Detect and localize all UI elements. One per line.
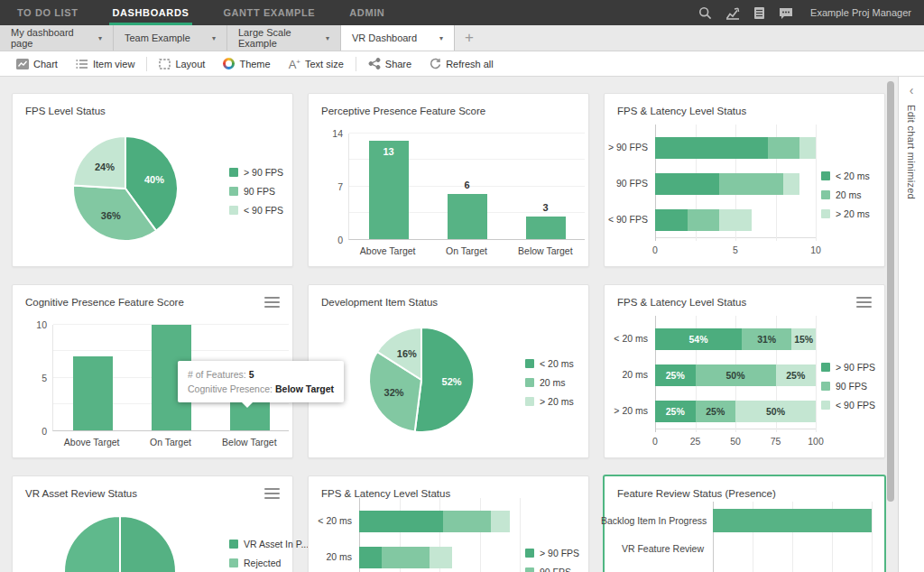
plot-area bbox=[655, 130, 816, 238]
nav-item-admin[interactable]: ADMIN bbox=[346, 0, 388, 25]
chart-card-perceptive-presence: Perceptive Presence Feature Score 136307… bbox=[308, 93, 589, 267]
y-axis-category-label: 20 ms bbox=[309, 551, 352, 562]
legend-item[interactable]: 20 ms bbox=[821, 189, 870, 201]
chevron-down-icon[interactable]: ▾ bbox=[326, 34, 329, 42]
bar-segment[interactable]: 25% bbox=[776, 364, 817, 386]
tab-vr-dashboard[interactable]: VR Dashboard▾ bbox=[341, 25, 455, 51]
chart-toolbar: Chart Item view Layout Theme A+ Text siz… bbox=[0, 51, 924, 77]
card-menu-icon[interactable] bbox=[264, 297, 280, 308]
bar-segment[interactable] bbox=[491, 511, 510, 532]
bar[interactable] bbox=[448, 194, 487, 239]
bar-segment[interactable] bbox=[655, 173, 719, 195]
bar-segment[interactable] bbox=[359, 511, 443, 532]
gridline bbox=[520, 498, 521, 572]
top-nav-bar: TO DO LIST DASHBOARDS GANTT EXAMPLE ADMI… bbox=[0, 0, 924, 25]
bar[interactable] bbox=[73, 356, 113, 430]
add-dashboard-button[interactable]: + bbox=[455, 25, 484, 51]
bar-segment[interactable] bbox=[655, 209, 688, 231]
legend-item[interactable]: < 20 ms bbox=[821, 170, 870, 182]
chevron-down-icon[interactable]: ▾ bbox=[212, 34, 216, 42]
chart-card-feature-review-presence[interactable]: Feature Review Status (Presence) Backlog… bbox=[604, 475, 885, 572]
tooltip-value: Below Target bbox=[275, 383, 334, 394]
legend-label: > 90 FPS bbox=[540, 548, 579, 558]
chat-icon[interactable] bbox=[779, 6, 793, 20]
bar-segment[interactable]: 25% bbox=[655, 364, 696, 386]
bar-segment[interactable]: 31% bbox=[742, 328, 791, 350]
refresh-all-button[interactable]: Refresh all bbox=[420, 51, 503, 76]
bar-segment[interactable] bbox=[655, 137, 768, 159]
legend-item[interactable]: 90 FPS bbox=[821, 380, 875, 392]
layout-button[interactable]: Layout bbox=[150, 51, 214, 76]
chart-card-vr-asset-review: VR Asset Review Status VR Asset In P...R… bbox=[12, 475, 293, 572]
chevron-down-icon[interactable]: ▾ bbox=[439, 34, 443, 42]
legend-item[interactable]: < 90 FPS bbox=[821, 399, 875, 411]
pie-slice[interactable] bbox=[64, 516, 120, 572]
button-label: Text size bbox=[305, 59, 344, 69]
y-axis-category-label: > 20 ms bbox=[605, 405, 648, 416]
bar-segment[interactable]: 15% bbox=[791, 328, 816, 350]
bar-segment[interactable] bbox=[799, 137, 816, 159]
y-axis-tick-label: 7 bbox=[318, 181, 343, 192]
tab-label: VR Dashboard bbox=[352, 32, 417, 43]
menu-bar bbox=[264, 488, 280, 490]
tab-my-dashboard-page[interactable]: My dashboard page▾ bbox=[0, 25, 114, 51]
legend-item[interactable]: < 90 FPS bbox=[229, 204, 283, 217]
pie-slice[interactable] bbox=[120, 516, 176, 572]
legend-item[interactable]: 90 FPS bbox=[525, 566, 579, 572]
report-icon[interactable] bbox=[753, 6, 765, 20]
bar[interactable] bbox=[713, 509, 872, 532]
edit-chart-panel-collapsed[interactable]: ‹ Edit chart minimized bbox=[898, 77, 924, 572]
legend-item[interactable]: > 90 FPS bbox=[229, 166, 283, 179]
text-size-button[interactable]: A+ Text size bbox=[280, 51, 353, 76]
bar-segment[interactable] bbox=[783, 173, 799, 195]
bar-segment[interactable] bbox=[768, 137, 800, 159]
bar-segment[interactable] bbox=[443, 511, 491, 532]
card-menu-icon[interactable] bbox=[264, 488, 280, 499]
nav-item-gantt-example[interactable]: GANTT EXAMPLE bbox=[219, 0, 319, 25]
legend-item[interactable]: VR Asset In P... bbox=[229, 538, 309, 550]
legend-item[interactable]: > 20 ms bbox=[525, 395, 574, 408]
bar[interactable] bbox=[526, 217, 566, 239]
bar-segment[interactable] bbox=[719, 209, 752, 231]
analytics-icon[interactable] bbox=[725, 6, 740, 20]
bar-segment[interactable] bbox=[430, 547, 452, 568]
legend-label: 20 ms bbox=[836, 189, 862, 200]
tab-team-example[interactable]: Team Example▾ bbox=[114, 25, 227, 51]
tab-large-scale-example[interactable]: Large Scale Example▾ bbox=[227, 25, 341, 51]
bar-segment[interactable]: 25% bbox=[655, 401, 696, 422]
vertical-scrollbar-thumb[interactable] bbox=[887, 81, 894, 502]
y-axis-tick-label: 5 bbox=[22, 373, 47, 383]
legend-item[interactable]: > 20 ms bbox=[821, 208, 870, 220]
legend-item[interactable]: > 90 FPS bbox=[525, 547, 579, 559]
menu-bar bbox=[264, 493, 280, 494]
user-name[interactable]: Example Proj Manager bbox=[810, 7, 911, 18]
bar-segment[interactable] bbox=[382, 547, 430, 568]
bar-segment[interactable]: 50% bbox=[735, 401, 816, 422]
nav-item-todo-list[interactable]: TO DO LIST bbox=[14, 0, 82, 25]
bar-segment[interactable] bbox=[719, 173, 783, 195]
item-view-button[interactable]: Item view bbox=[67, 51, 143, 76]
bar-segment[interactable] bbox=[359, 547, 382, 568]
card-menu-icon[interactable] bbox=[856, 297, 872, 308]
nav-item-dashboards[interactable]: DASHBOARDS bbox=[109, 0, 193, 25]
chart-legend: > 90 FPS90 FPS< 90 FPS bbox=[821, 361, 875, 411]
legend-swatch bbox=[525, 567, 534, 572]
bar-segment[interactable]: 25% bbox=[696, 401, 736, 422]
legend-item[interactable]: > 90 FPS bbox=[821, 361, 875, 374]
legend-label: < 90 FPS bbox=[836, 400, 875, 411]
bar-segment[interactable]: 54% bbox=[655, 328, 742, 350]
bar-segment[interactable] bbox=[688, 209, 720, 231]
chart-button[interactable]: Chart bbox=[7, 51, 67, 76]
tooltip-label: Cognitive Presence: bbox=[188, 383, 273, 394]
search-icon[interactable] bbox=[698, 6, 712, 20]
chevron-left-icon[interactable]: ‹ bbox=[910, 85, 914, 96]
legend-item[interactable]: Rejected bbox=[229, 557, 309, 569]
chevron-down-icon[interactable]: ▾ bbox=[98, 34, 102, 42]
bar-segment[interactable]: 50% bbox=[696, 364, 776, 386]
legend-item[interactable]: 20 ms bbox=[525, 376, 574, 389]
legend-item[interactable]: < 20 ms bbox=[525, 357, 574, 370]
theme-button[interactable]: Theme bbox=[214, 51, 279, 76]
share-button[interactable]: Share bbox=[359, 51, 420, 76]
x-axis-tick-label: 100 bbox=[808, 436, 824, 447]
legend-item[interactable]: 90 FPS bbox=[229, 185, 283, 198]
